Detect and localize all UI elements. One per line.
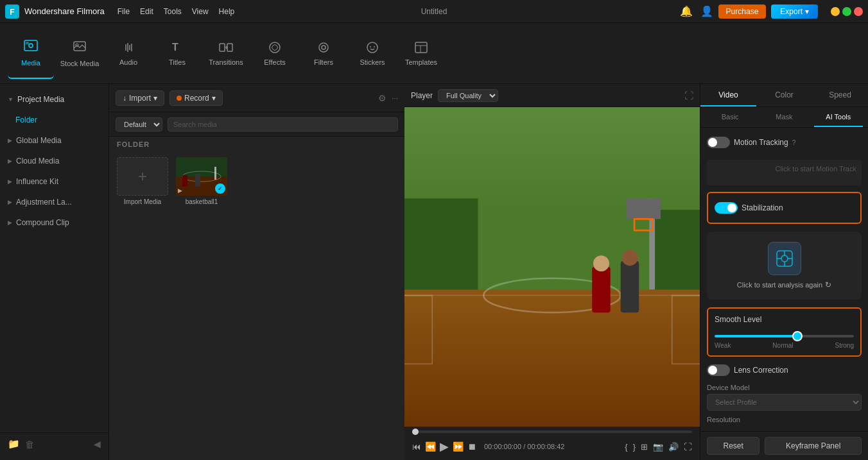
volume-icon[interactable]: 🔊: [668, 442, 679, 452]
add-to-timeline-icon[interactable]: ⊞: [641, 442, 648, 452]
tool-templates[interactable]: Templates: [398, 28, 444, 79]
tool-media[interactable]: Media: [8, 28, 54, 79]
right-panel: Video Color Speed Basic Mask AI Tools: [700, 84, 868, 460]
svg-point-12: [322, 46, 326, 49]
step-back-icon[interactable]: ⏪: [425, 441, 436, 452]
svg-rect-8: [220, 44, 225, 51]
motion-tracking-help-icon[interactable]: ?: [792, 139, 796, 146]
stickers-label: Stickers: [360, 58, 385, 66]
tab-video[interactable]: Video: [700, 84, 756, 106]
effects-icon: [268, 40, 282, 56]
analysis-text[interactable]: Click to start analysis again ↻: [737, 280, 831, 289]
motion-track-placeholder: Click to start Motion Track: [775, 165, 856, 173]
reset-button[interactable]: Reset: [707, 437, 759, 455]
svg-rect-32: [404, 290, 700, 427]
add-icon: +: [138, 167, 147, 185]
smooth-level-slider[interactable]: [715, 335, 854, 337]
tool-audio[interactable]: Audio: [105, 28, 152, 79]
import-media-item[interactable]: + Import Media: [117, 157, 168, 205]
snapshot-icon[interactable]: 📷: [653, 442, 663, 452]
skip-back-icon[interactable]: ⏮: [412, 441, 421, 452]
step-forward-icon[interactable]: ⏩: [453, 441, 464, 452]
sidebar-item-influence-kit[interactable]: ▶ Influence Kit: [0, 171, 108, 192]
sidebar-item-folder[interactable]: Folder: [0, 110, 108, 130]
search-input[interactable]: [168, 117, 398, 132]
tool-effects[interactable]: Effects: [252, 28, 298, 79]
smooth-normal-label: Normal: [772, 342, 793, 349]
tool-stock[interactable]: Stock Media: [56, 28, 103, 79]
preview-panel: Player Full Quality ⛶: [404, 84, 700, 460]
stabilization-label: Stabilization: [742, 203, 783, 212]
subtab-mask[interactable]: Mask: [759, 107, 808, 127]
delete-folder-icon[interactable]: 🗑: [25, 439, 35, 450]
arrow-icon-cloud: ▶: [8, 158, 12, 164]
stop-icon[interactable]: ⏹: [467, 441, 476, 452]
subtab-ai-tools[interactable]: AI Tools: [814, 107, 863, 127]
resolution-label: Resolution: [707, 416, 862, 423]
collapse-sidebar-icon[interactable]: ◀: [94, 439, 101, 449]
default-select[interactable]: Default: [116, 117, 162, 132]
mark-out-icon[interactable]: }: [633, 442, 636, 452]
import-media-label: Import Media: [124, 198, 161, 205]
record-button[interactable]: Record ▾: [169, 90, 223, 106]
menu-view[interactable]: View: [192, 7, 209, 16]
sidebar-item-compound-clip[interactable]: ▶ Compound Clip: [0, 212, 108, 233]
sidebar-item-adjustment[interactable]: ▶ Adjustment La...: [0, 192, 108, 212]
menu-file[interactable]: File: [117, 7, 130, 16]
menu-edit[interactable]: Edit: [140, 7, 153, 16]
svg-rect-39: [621, 261, 639, 312]
fullscreen-preview-icon[interactable]: ⛶: [684, 90, 693, 101]
analysis-button[interactable]: [768, 242, 801, 275]
titles-icon: T: [170, 40, 184, 56]
play-icon[interactable]: ▶: [440, 439, 449, 454]
lens-correction-toggle[interactable]: [707, 364, 730, 376]
analysis-area: Click to start analysis again ↻: [707, 232, 862, 300]
maximize-button[interactable]: [842, 7, 851, 16]
keyframe-panel-button[interactable]: Keyframe Panel: [765, 437, 862, 455]
sidebar-item-global-media[interactable]: ▶ Global Media: [0, 130, 108, 151]
export-button[interactable]: Export ▾: [771, 4, 818, 19]
titlebar: F Wondershare Filmora File Edit Tools Vi…: [0, 0, 868, 23]
minimize-button[interactable]: [831, 7, 840, 16]
tab-color[interactable]: Color: [756, 84, 812, 106]
motion-tracking-toggle[interactable]: [707, 137, 730, 148]
menu-help[interactable]: Help: [219, 7, 235, 16]
media-label: Media: [21, 59, 40, 67]
video-type-icon: ▶: [178, 187, 182, 194]
fullscreen-icon[interactable]: ⛶: [684, 442, 692, 452]
mark-in-icon[interactable]: {: [625, 442, 627, 452]
import-button[interactable]: ↓ Import ▾: [116, 90, 164, 106]
new-folder-icon[interactable]: 📁: [8, 438, 20, 450]
video-preview: [404, 107, 700, 427]
folder-label: FOLDER: [109, 137, 404, 152]
filter-icon[interactable]: ⚙: [378, 93, 386, 103]
purchase-button[interactable]: Purchase: [718, 4, 767, 19]
tool-stickers[interactable]: Stickers: [349, 28, 395, 79]
arrow-icon-global: ▶: [8, 137, 12, 144]
media-icon: [24, 38, 38, 56]
stabilization-toggle[interactable]: [715, 202, 738, 214]
tool-transitions[interactable]: Transitions: [203, 28, 249, 79]
notifications-icon[interactable]: 🔔: [680, 5, 693, 17]
quality-select[interactable]: Full Quality: [438, 89, 498, 102]
more-options-icon[interactable]: ···: [392, 94, 398, 103]
tool-titles[interactable]: T Titles: [154, 28, 200, 79]
basketball-media-item[interactable]: 00:00:08 ✓ ▶ basketball1: [176, 157, 227, 205]
import-icon: ↓: [123, 94, 126, 103]
svg-text:F: F: [10, 8, 14, 17]
menu-tools[interactable]: Tools: [164, 7, 182, 16]
tool-filters[interactable]: Filters: [300, 28, 347, 79]
tab-speed[interactable]: Speed: [812, 84, 868, 106]
stickers-icon: [365, 40, 379, 56]
sidebar-item-project-media[interactable]: ▼ Project Media: [0, 89, 108, 110]
subtab-basic[interactable]: Basic: [706, 107, 754, 127]
refresh-icon: ↻: [825, 280, 831, 289]
stock-media-icon: [73, 39, 87, 57]
motion-tracking-label: Motion Tracking: [734, 138, 788, 147]
progress-track[interactable]: [412, 430, 692, 433]
close-button[interactable]: [854, 7, 863, 16]
account-icon[interactable]: 👤: [700, 5, 713, 17]
app-icon: F: [5, 4, 19, 19]
sidebar-item-cloud-media[interactable]: ▶ Cloud Media: [0, 151, 108, 171]
profile-select[interactable]: Select Profile: [707, 394, 862, 411]
